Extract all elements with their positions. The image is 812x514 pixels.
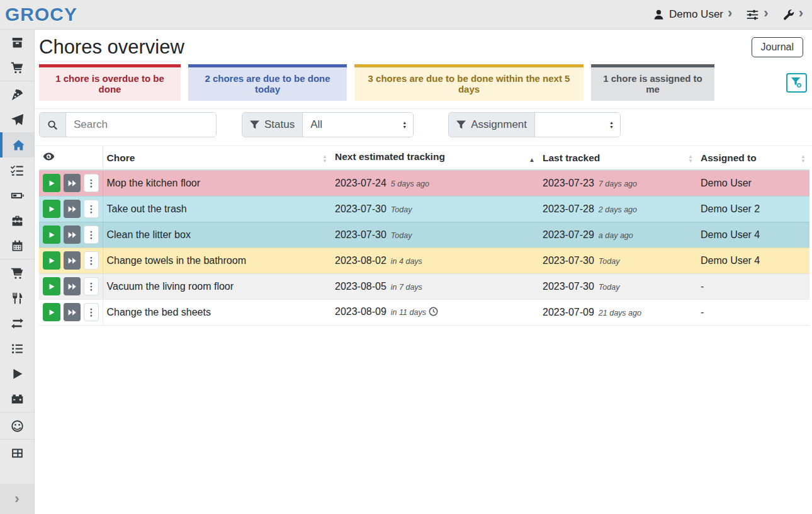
column-visibility-header[interactable] <box>39 146 103 170</box>
skip-chore-button[interactable] <box>64 226 81 244</box>
box-icon <box>11 36 24 49</box>
assignment-filter-select[interactable] <box>535 113 620 137</box>
column-header-assigned-to[interactable]: Assigned to <box>697 146 809 170</box>
next-tracking-date: 2023-08-02 <box>335 255 386 266</box>
skip-chore-button[interactable] <box>64 174 81 192</box>
sidebar-item-chores-overview[interactable] <box>0 132 34 157</box>
quick-settings-menu[interactable] <box>746 8 768 21</box>
track-chore-button[interactable] <box>43 303 60 321</box>
sidebar-item-consume[interactable] <box>0 285 34 311</box>
row-menu-button[interactable] <box>84 200 98 218</box>
car-battery-icon <box>11 392 24 406</box>
banner-overdue[interactable]: 1 chore is overdue to be done <box>39 64 181 101</box>
filter-icon <box>456 120 466 130</box>
top-navbar: GROCY Demo User <box>0 0 812 30</box>
play-icon <box>48 180 55 187</box>
chevron-right-icon <box>728 8 732 21</box>
play-icon <box>48 283 55 290</box>
chore-name[interactable]: Take out the trash <box>103 196 331 222</box>
banner-due-soon[interactable]: 3 chores are due to be done within the n… <box>354 64 584 101</box>
track-chore-button[interactable] <box>43 200 60 218</box>
table-grid-icon <box>11 447 24 460</box>
sidebar-divider <box>0 439 34 440</box>
sidebar-item-purchase[interactable] <box>0 260 34 285</box>
sidebar-item-chore-tracking[interactable] <box>0 361 34 386</box>
skip-chore-button[interactable] <box>64 303 81 321</box>
clear-filter-button[interactable] <box>786 73 807 93</box>
last-tracked-note: Today <box>599 283 620 292</box>
exchange-arrows-icon <box>11 317 24 330</box>
column-header-last-tracked[interactable]: Last tracked <box>539 146 697 170</box>
kebab-menu-icon <box>86 307 96 317</box>
sidebar-item-inventory[interactable] <box>0 336 34 361</box>
calendar-icon <box>11 239 24 253</box>
sidebar-item-calendar[interactable] <box>0 233 34 258</box>
sidebar-item-userfields[interactable] <box>0 440 34 465</box>
assigned-to: Demo User <box>697 170 809 196</box>
track-chore-button[interactable] <box>43 277 60 295</box>
banner-assigned-to-me[interactable]: 1 chore is assigned to me <box>591 64 714 101</box>
wrench-icon <box>782 9 794 21</box>
row-menu-button[interactable] <box>84 303 98 321</box>
play-icon <box>48 205 55 213</box>
admin-menu[interactable] <box>782 8 803 21</box>
sidebar-item-equipment[interactable] <box>0 208 34 233</box>
sidebar-item-batteries[interactable] <box>0 183 34 208</box>
table-row: Vacuum the living room floor 2023-08-05i… <box>39 273 809 299</box>
search-input[interactable] <box>66 113 216 137</box>
assignment-filter-group: Assignment <box>448 112 621 137</box>
chore-name[interactable]: Change towels in the bathroom <box>103 248 331 273</box>
skip-icon <box>68 205 77 213</box>
user-icon <box>653 9 665 21</box>
table-row: Take out the trash 2023-07-30Today 2023-… <box>39 196 809 222</box>
row-menu-button[interactable] <box>84 226 98 244</box>
track-chore-button[interactable] <box>43 174 60 192</box>
sidebar-item-user-settings[interactable] <box>0 413 34 438</box>
chore-name[interactable]: Vacuum the living room floor <box>103 273 331 299</box>
page-header: Chores overview Journal <box>35 30 812 63</box>
column-header-chore[interactable]: Chore <box>103 146 331 170</box>
column-header-next-tracking[interactable]: Next estimated tracking <box>331 146 539 170</box>
last-tracked-note: a day ago <box>599 231 633 240</box>
sidebar-item-transfer[interactable] <box>0 311 34 336</box>
sidebar-item-meal-plan[interactable] <box>0 107 34 132</box>
skip-icon <box>68 257 77 265</box>
play-icon <box>11 367 24 380</box>
skip-icon <box>68 309 77 316</box>
row-menu-button[interactable] <box>84 251 98 270</box>
play-icon <box>48 231 55 239</box>
chore-name[interactable]: Clean the litter box <box>103 222 331 248</box>
search-prepend <box>40 113 66 137</box>
banner-due-today[interactable]: 2 chores are due to be done today <box>188 64 347 101</box>
status-filter-select[interactable]: All <box>303 113 413 137</box>
skip-chore-button[interactable] <box>64 251 81 270</box>
sidebar-item-stock-overview[interactable] <box>0 30 34 55</box>
track-chore-button[interactable] <box>43 251 60 270</box>
user-menu[interactable]: Demo User <box>653 8 732 21</box>
track-chore-button[interactable] <box>43 226 60 244</box>
chore-name[interactable]: Mop the kitchen floor <box>103 170 331 196</box>
sidebar-collapse-button[interactable] <box>0 484 34 514</box>
assigned-to: Demo User 4 <box>697 222 809 248</box>
table-row: Change towels in the bathroom 2023-08-02… <box>39 248 809 273</box>
sidebar-item-recipes[interactable] <box>0 82 34 107</box>
sidebar-item-shopping-list[interactable] <box>0 55 34 80</box>
sidebar-item-tasks[interactable] <box>0 157 34 183</box>
last-tracked-note: 7 days ago <box>599 180 637 188</box>
chore-name[interactable]: Change the bed sheets <box>103 299 331 325</box>
skip-chore-button[interactable] <box>64 277 81 295</box>
kebab-menu-icon <box>86 282 96 292</box>
sidebar-item-battery-tracking[interactable] <box>0 386 34 411</box>
row-menu-button[interactable] <box>84 277 98 295</box>
skip-chore-button[interactable] <box>64 200 81 218</box>
sidebar <box>0 30 35 514</box>
journal-button[interactable]: Journal <box>752 37 803 57</box>
status-filter-value: All <box>310 118 322 131</box>
grocy-logo[interactable]: GROCY <box>5 4 77 25</box>
last-tracked-date: 2023-07-23 <box>543 178 594 188</box>
assigned-to: Demo User 4 <box>697 248 809 273</box>
filter-bar: Status All Assignment <box>35 109 812 146</box>
status-filter-group: Status All <box>242 112 414 137</box>
row-menu-button[interactable] <box>84 174 98 192</box>
last-tracked-note: 2 days ago <box>599 205 637 214</box>
